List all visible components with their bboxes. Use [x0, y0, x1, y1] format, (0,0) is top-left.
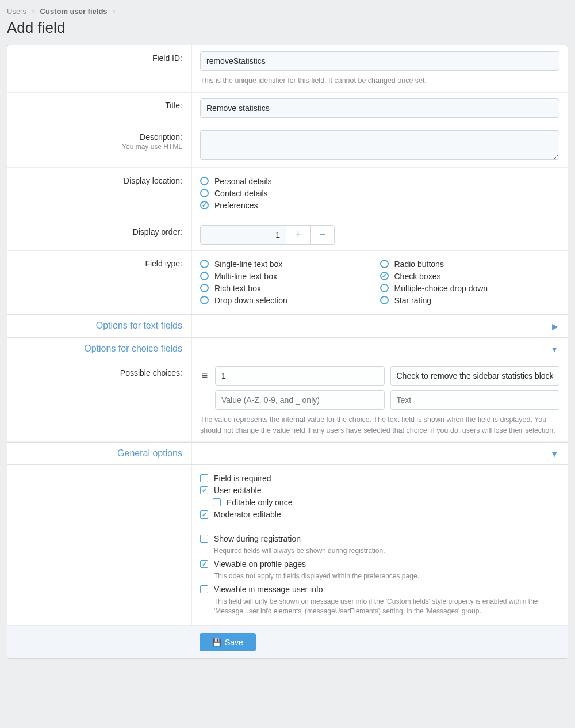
choice-text-input-empty[interactable] — [390, 390, 560, 410]
description-textarea[interactable] — [200, 130, 559, 160]
label-possible-choices: Possible choices: — [7, 360, 191, 442]
check-editable-once[interactable]: Editable only once — [213, 498, 559, 507]
radio-icon — [200, 189, 209, 197]
radio-contact-details[interactable]: Contact details — [200, 189, 559, 198]
drag-handle-icon[interactable]: ≡ — [200, 369, 209, 382]
radio-icon — [380, 296, 389, 304]
decrement-button[interactable]: − — [310, 225, 335, 245]
radio-icon — [200, 272, 209, 280]
checkbox-icon — [200, 560, 208, 568]
checkbox-icon — [200, 474, 208, 482]
radio-radio-buttons[interactable]: Radio buttons — [380, 260, 560, 269]
radio-icon — [380, 260, 389, 268]
radio-icon — [200, 260, 209, 268]
section-choice-fields[interactable]: Options for choice fields ▼ — [7, 337, 568, 360]
hint-choices: The value represents the internal value … — [200, 414, 559, 436]
title-input[interactable] — [200, 98, 559, 118]
checkbox-icon — [200, 535, 208, 543]
hint-field-id: This is the unique identifier for this f… — [200, 75, 559, 86]
chevron-right-icon: ▶ — [552, 322, 558, 331]
label-description: Description: You may use HTML — [7, 124, 191, 167]
check-field-required[interactable]: Field is required — [200, 474, 559, 483]
field-id-input[interactable] — [200, 51, 559, 71]
radio-single-line[interactable]: Single-line text box — [200, 260, 380, 269]
radio-star-rating[interactable]: Star rating — [380, 296, 560, 305]
choice-value-input-empty[interactable] — [215, 390, 385, 410]
form-panel: Field ID: This is the unique identifier … — [7, 45, 568, 659]
radio-icon — [380, 284, 389, 292]
check-moderator-editable[interactable]: Moderator editable — [200, 510, 559, 519]
choice-value-input[interactable] — [215, 366, 385, 386]
radio-dropdown[interactable]: Drop down selection — [200, 296, 380, 305]
checkbox-icon — [213, 498, 221, 506]
form-footer: 💾 Save — [7, 626, 568, 658]
breadcrumb: Users › Custom user fields › — [7, 7, 568, 16]
check-show-registration[interactable]: Show during registration — [200, 534, 559, 543]
label-display-order: Display order: — [7, 219, 191, 250]
radio-icon — [380, 272, 389, 280]
check-user-editable[interactable]: User editable — [200, 486, 559, 495]
checkbox-icon — [200, 486, 208, 494]
radio-icon — [200, 284, 209, 292]
chevron-down-icon: ▼ — [550, 449, 558, 459]
radio-multi-dropdown[interactable]: Multiple-choice drop down — [380, 284, 560, 293]
chevron-right-icon: › — [32, 7, 34, 16]
check-viewable-message[interactable]: Viewable in message user info — [200, 585, 559, 594]
save-icon: 💾 — [212, 638, 221, 647]
checkbox-icon — [200, 585, 208, 593]
radio-icon — [200, 201, 209, 209]
section-general-options[interactable]: General options ▼ — [7, 442, 568, 465]
label-field-type: Field type: — [7, 251, 191, 314]
choice-row: ≡ — [200, 366, 559, 386]
breadcrumb-custom-fields[interactable]: Custom user fields — [40, 7, 108, 16]
radio-icon — [200, 177, 209, 185]
label-title: Title: — [7, 93, 191, 124]
radio-icon — [200, 296, 209, 304]
save-button[interactable]: 💾 Save — [200, 633, 256, 651]
choice-row — [200, 390, 559, 410]
radio-rich-text[interactable]: Rich text box — [200, 284, 380, 293]
radio-multi-line[interactable]: Multi-line text box — [200, 272, 380, 281]
radio-preferences[interactable]: Preferences — [200, 201, 559, 210]
page-title: Add field — [7, 19, 568, 37]
minus-icon: − — [319, 228, 325, 241]
section-text-fields[interactable]: Options for text fields ▶ — [7, 314, 568, 337]
check-viewable-profile[interactable]: Viewable on profile pages — [200, 559, 559, 569]
label-display-location: Display location: — [7, 168, 191, 219]
checkbox-icon — [200, 510, 208, 519]
chevron-down-icon: ▼ — [550, 345, 558, 354]
sub-viewable-message: This field will only be shown on message… — [214, 597, 559, 616]
radio-personal-details[interactable]: Personal details — [200, 177, 559, 186]
label-description-sub: You may use HTML — [17, 143, 182, 151]
sub-show-registration: Required fields will always be shown dur… — [214, 546, 559, 556]
plus-icon: + — [295, 228, 301, 241]
display-order-input[interactable] — [200, 225, 286, 245]
sub-viewable-profile: This does not apply to fields displayed … — [214, 571, 559, 581]
choice-text-input[interactable] — [390, 366, 560, 386]
radio-check-boxes[interactable]: Check boxes — [380, 272, 560, 281]
label-field-id: Field ID: — [7, 45, 191, 92]
increment-button[interactable]: + — [286, 225, 310, 245]
breadcrumb-users[interactable]: Users — [7, 7, 26, 16]
chevron-right-icon: › — [113, 7, 115, 16]
